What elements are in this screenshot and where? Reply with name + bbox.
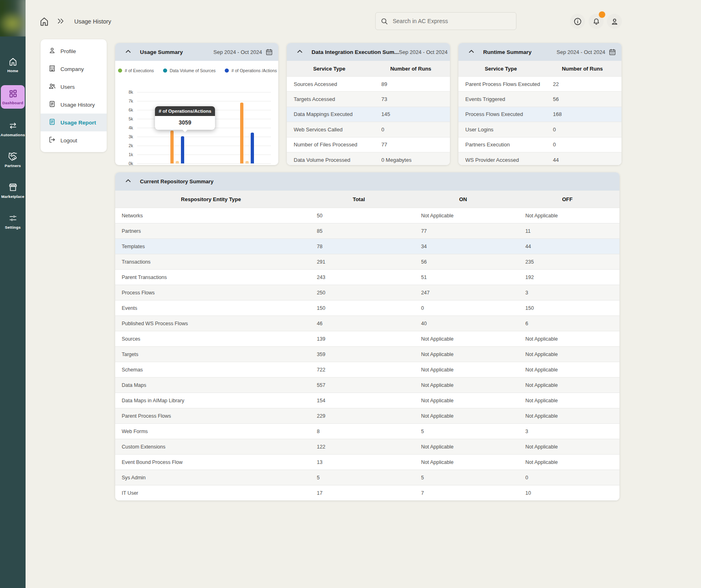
collapse-data-integration-button[interactable] (295, 47, 305, 57)
off-cell: Not Applicable (515, 352, 619, 357)
table-row-targets-accessed[interactable]: Targets Accessed73 (287, 91, 450, 106)
table-row-web-services-called[interactable]: Web Services Called0 (287, 122, 450, 137)
table-row-parent-process-flows[interactable]: Parent Process Flows229Not ApplicableNot… (115, 408, 619, 423)
sidebar-item-dashboard[interactable]: Dashboard (1, 85, 25, 109)
runtime-summary-panel: Runtime Summary Sep 2024 - Oct 2024 Serv… (458, 43, 621, 165)
nav-item-company[interactable]: Company (41, 60, 107, 78)
automations-icon (8, 121, 18, 131)
collapse-runtime-summary-button[interactable] (466, 47, 477, 57)
nav-item-users[interactable]: Users (41, 78, 107, 96)
table-row-data-mappings-executed[interactable]: Data Mappings Executed145 (287, 107, 450, 122)
table-row-number-of-files-processed[interactable]: Number of Files Processed77 (287, 137, 450, 152)
service-type-cell: Targets Accessed (287, 96, 372, 102)
table-row-schemas[interactable]: Schemas722Not ApplicableNot Applicable (115, 362, 619, 377)
off-cell: 6 (515, 321, 619, 326)
column-header: Total (307, 196, 411, 202)
usage-chart: 8k7k6k5k4k3k2k1k0kSep 2024October 2024(C… (122, 92, 272, 163)
column-header: OFF (515, 196, 619, 202)
table-row-data-maps-in-aimap-library[interactable]: Data Maps in AIMap Library154Not Applica… (115, 393, 619, 408)
bar-of-operations-actions[interactable] (251, 133, 254, 163)
settings-icon (8, 213, 18, 223)
table-row-sources-accessed[interactable]: Sources Accessed89 (287, 76, 450, 91)
sidebar-item-home[interactable]: Home (0, 54, 26, 75)
table-row-parent-process-flows-executed[interactable]: Parent Process Flows Executed22 (458, 76, 621, 91)
entity-type-cell: Sys Admin (115, 475, 307, 481)
table-row-web-forms[interactable]: Web Forms853 (115, 423, 619, 439)
table-row-event-bound-process-flow[interactable]: Event Bound Process Flow13Not Applicable… (115, 454, 619, 470)
usage-summary-calendar-button[interactable] (265, 48, 273, 56)
table-row-targets[interactable]: Targets359Not ApplicableNot Applicable (115, 346, 619, 362)
repository-summary-title: Current Repository Summary (140, 178, 213, 185)
column-header: Number of Runs (372, 66, 450, 72)
sidebar-item-automations[interactable]: Automations (0, 118, 26, 139)
table-row-sys-admin[interactable]: Sys Admin550 (115, 470, 619, 485)
legend-label: # of Executions (125, 68, 154, 73)
table-row-sources[interactable]: Sources139Not ApplicableNot Applicable (115, 331, 619, 346)
bar-data-volume-of-sources[interactable] (245, 161, 249, 163)
table-row-published-ws-process-flows[interactable]: Published WS Process Flows46406 (115, 315, 619, 331)
table-row-events[interactable]: Events1500150 (115, 300, 619, 315)
on-cell: 247 (411, 290, 515, 296)
legend-dot (118, 69, 122, 73)
total-cell: 5 (307, 475, 411, 481)
table-row-templates[interactable]: Templates783444 (115, 238, 619, 254)
info-button[interactable] (570, 14, 585, 29)
calendar-icon (609, 48, 616, 56)
home-icon (8, 57, 18, 67)
table-row-data-maps[interactable]: Data Maps557Not ApplicableNot Applicable (115, 377, 619, 393)
sidebar-item-marketplace[interactable]: Marketplace (0, 180, 26, 201)
profile-icon (48, 47, 56, 56)
y-axis-tick: 3k (122, 134, 133, 139)
total-cell: 46 (307, 321, 411, 326)
runtime-summary-calendar-button[interactable] (609, 48, 616, 56)
table-row-transactions[interactable]: Transactions29156235 (115, 254, 619, 269)
nav-item-usage-history[interactable]: Usage History (41, 96, 107, 114)
sidebar-item-partners[interactable]: Partners (0, 149, 26, 170)
table-row-parent-transactions[interactable]: Parent Transactions24351192 (115, 269, 619, 285)
chevron-up-icon (124, 47, 132, 56)
table-row-process-flows[interactable]: Process Flows2502473 (115, 285, 619, 300)
off-cell: Not Applicable (515, 213, 619, 219)
table-row-events-triggered[interactable]: Events Triggered56 (458, 91, 621, 106)
total-cell: 150 (307, 305, 411, 311)
search-input[interactable] (392, 17, 511, 25)
table-row-user-logins[interactable]: User Logins0 (458, 122, 621, 137)
notifications-button[interactable] (589, 14, 604, 29)
collapse-usage-summary-button[interactable] (123, 47, 133, 57)
sidebar-nav: HomeDashboardAutomationsPartnersMarketpl… (0, 54, 26, 232)
runs-value-cell: 89 (372, 81, 450, 87)
entity-type-cell: Schemas (115, 367, 307, 373)
total-cell: 229 (307, 413, 411, 419)
table-row-partners-execution[interactable]: Partners Execution0 (458, 137, 621, 152)
collapse-repository-summary-button[interactable] (123, 176, 133, 187)
table-row-ws-provider-accessed[interactable]: WS Provider Accessed44 (458, 152, 621, 165)
total-cell: 243 (307, 275, 411, 280)
service-type-cell: Sources Accessed (287, 81, 372, 87)
table-row-data-volume-processed[interactable]: Data Volume Processed0 Megabytes (287, 152, 450, 165)
legend-label: # of Operations /Actions (231, 68, 277, 73)
bar-of-executions[interactable] (170, 131, 174, 163)
breadcrumb-expand-button[interactable] (56, 17, 66, 26)
entity-type-cell: Process Flows (115, 290, 307, 296)
table-row-partners[interactable]: Partners857711 (115, 223, 619, 238)
bar-of-executions[interactable] (240, 103, 243, 163)
off-cell: Not Applicable (515, 382, 619, 388)
table-row-it-user[interactable]: IT User17710 (115, 485, 619, 500)
on-cell: 5 (411, 429, 515, 434)
profile-button[interactable] (607, 14, 622, 29)
bar-data-volume-of-sources[interactable] (176, 161, 179, 163)
table-row-networks[interactable]: Networks50Not ApplicableNot Applicable (115, 208, 619, 223)
nav-item-profile[interactable]: Profile (41, 42, 107, 60)
nav-item-label: Company (60, 66, 84, 72)
data-integration-date-range: Sep 2024 - Oct 2024 (399, 49, 447, 55)
nav-item-logout[interactable]: Logout (41, 131, 107, 149)
nav-item-usage-report[interactable]: Usage Report (41, 114, 107, 131)
bar-of-operations-actions[interactable] (181, 136, 184, 163)
total-cell: 250 (307, 290, 411, 296)
breadcrumb-home-button[interactable] (39, 16, 49, 27)
table-row-custom-extensions[interactable]: Custom Extensions122Not ApplicableNot Ap… (115, 439, 619, 454)
sidebar-item-settings[interactable]: Settings (0, 211, 26, 232)
table-row-process-flows-executed[interactable]: Process Flows Executed168 (458, 107, 621, 122)
entity-type-cell: Web Forms (115, 429, 307, 434)
y-axis-tick: 5k (122, 116, 133, 121)
